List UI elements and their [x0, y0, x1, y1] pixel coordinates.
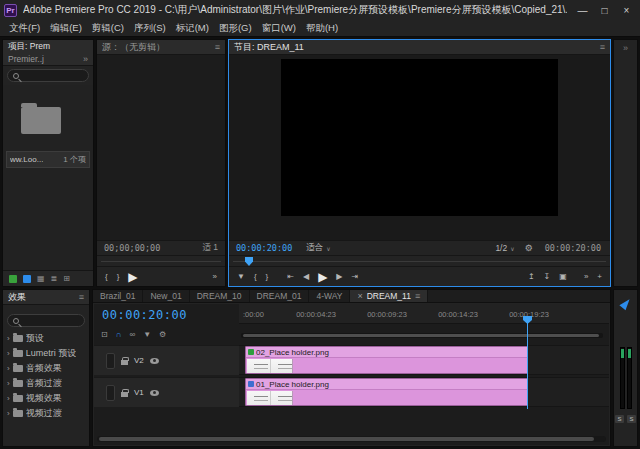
- go-to-in-button[interactable]: ⇤: [287, 273, 294, 281]
- settings-wrench-icon[interactable]: ⚙: [525, 243, 533, 253]
- step-back-button[interactable]: ◀: [303, 273, 309, 281]
- maximize-button[interactable]: □: [595, 3, 614, 18]
- clip-02-place-holder[interactable]: 02_Place holder.png: [245, 346, 528, 374]
- menu-file[interactable]: 文件(F): [4, 21, 45, 36]
- fx-badge-icon[interactable]: [248, 381, 254, 387]
- fx-badge-icon[interactable]: [248, 349, 254, 355]
- menu-sequence[interactable]: 序列(S): [129, 21, 171, 36]
- track-lane-v1[interactable]: 01_Place holder.png: [239, 377, 609, 407]
- effects-item[interactable]: › 音频过渡: [3, 376, 89, 391]
- tab-project[interactable]: 项目: Prem: [3, 40, 93, 53]
- effects-item[interactable]: › 预设: [3, 331, 89, 346]
- twirl-icon[interactable]: ›: [7, 334, 10, 343]
- sequence-tab[interactable]: Brazil_01: [93, 290, 143, 302]
- mark-out-button[interactable]: }: [266, 273, 269, 281]
- solo-right-button[interactable]: S: [627, 415, 636, 423]
- lock-icon[interactable]: [121, 360, 128, 365]
- sequence-tab[interactable]: DREAM_01: [250, 290, 310, 302]
- effects-item[interactable]: › 音频效果: [3, 361, 89, 376]
- add-marker-button[interactable]: ▼: [237, 273, 245, 281]
- project-search-input[interactable]: [7, 69, 89, 82]
- source-play-button[interactable]: ▶: [128, 270, 137, 284]
- panel-menu-icon[interactable]: ≡: [600, 42, 605, 52]
- track-lane-v2[interactable]: 02_Place holder.png: [239, 345, 609, 375]
- twirl-icon[interactable]: ›: [7, 379, 10, 388]
- new-item-icon[interactable]: ⊞: [63, 275, 70, 283]
- minimize-button[interactable]: —: [573, 3, 592, 18]
- effects-item[interactable]: › 视频效果: [3, 391, 89, 406]
- go-to-out-button[interactable]: ⇥: [352, 273, 359, 281]
- source-patch[interactable]: [106, 353, 115, 369]
- tab-source-monitor[interactable]: 源：（无剪辑）: [102, 41, 165, 54]
- tab-program-monitor[interactable]: 节目: DREAM_11: [234, 41, 304, 54]
- timeline-zoom-scrollbar[interactable]: [243, 334, 599, 337]
- program-timecode[interactable]: 00:00:20:00: [236, 243, 292, 253]
- add-marker-icon[interactable]: ▼: [143, 330, 151, 339]
- panel-menu-icon[interactable]: ≡: [215, 42, 220, 52]
- menu-help[interactable]: 帮助(H): [301, 21, 343, 36]
- bin-item-row[interactable]: ww.Loo... 1 个项: [6, 151, 90, 168]
- source-fit-dropdown[interactable]: 适 1: [202, 242, 218, 254]
- twirl-icon[interactable]: ›: [7, 349, 10, 358]
- source-patch[interactable]: [106, 385, 115, 401]
- export-frame-button[interactable]: ▣: [559, 273, 567, 281]
- twirl-icon[interactable]: ›: [7, 394, 10, 403]
- step-forward-button[interactable]: ▶: [336, 273, 342, 281]
- effects-item[interactable]: › 视频过渡: [3, 406, 89, 421]
- transport-overflow-icon[interactable]: »: [213, 273, 217, 281]
- clip-01-place-holder[interactable]: 01_Place holder.png: [245, 378, 528, 406]
- tab-effects[interactable]: 效果: [8, 291, 26, 304]
- panel-overflow-icon[interactable]: »: [614, 43, 637, 53]
- icon-view-button[interactable]: [23, 275, 31, 283]
- transport-overflow-icon[interactable]: »: [584, 273, 588, 281]
- mark-in-button[interactable]: {: [254, 273, 257, 281]
- effects-item[interactable]: › Lumetri 预设: [3, 346, 89, 361]
- close-button[interactable]: ×: [617, 3, 636, 18]
- solo-left-button[interactable]: S: [615, 415, 624, 423]
- snap-icon[interactable]: ∩: [116, 330, 122, 339]
- timeline-menu-icon[interactable]: ≡: [415, 291, 420, 301]
- timeline-ruler[interactable]: :00:00 00:00:04:23 00:00:09:23 00:00:14:…: [239, 304, 609, 324]
- timeline-settings-icon[interactable]: ⚙: [159, 330, 166, 339]
- extract-button[interactable]: ↧: [544, 273, 551, 281]
- twirl-icon[interactable]: ›: [7, 364, 10, 373]
- effects-search-input[interactable]: [7, 314, 85, 327]
- sequence-tab[interactable]: 4-WAY: [309, 290, 350, 302]
- twirl-icon[interactable]: ›: [7, 409, 10, 418]
- timeline-timecode[interactable]: 00:00:20:00: [102, 308, 187, 322]
- grid-view-icon[interactable]: ▦: [37, 275, 45, 283]
- play-button[interactable]: ▶: [318, 270, 327, 284]
- menu-edit[interactable]: 编辑(E): [45, 21, 87, 36]
- mark-in-button[interactable]: {: [105, 273, 108, 281]
- project-writable-indicator[interactable]: [9, 275, 17, 283]
- tab-project-name[interactable]: Premier..j »: [3, 53, 93, 66]
- eye-icon[interactable]: [150, 390, 159, 396]
- lock-icon[interactable]: [121, 392, 128, 397]
- menu-markers[interactable]: 标记(M): [171, 21, 214, 36]
- linked-selection-icon[interactable]: ∞: [129, 330, 135, 339]
- mark-out-button[interactable]: }: [117, 273, 120, 281]
- sequence-tab-active[interactable]: × DREAM_11 ≡: [350, 290, 428, 302]
- eye-icon[interactable]: [150, 358, 159, 364]
- resolution-dropdown[interactable]: 1/2 ∨: [495, 243, 514, 253]
- pen-tool-icon[interactable]: [619, 297, 632, 311]
- lift-button[interactable]: ↥: [528, 273, 535, 281]
- panel-overflow-icon[interactable]: »: [83, 54, 88, 64]
- program-scrubber[interactable]: [229, 255, 610, 266]
- source-scrubber[interactable]: [97, 255, 225, 266]
- close-tab-icon[interactable]: ×: [357, 291, 362, 301]
- panel-menu-icon[interactable]: ≡: [79, 292, 84, 302]
- sequence-tab[interactable]: New_01: [143, 290, 189, 302]
- sequence-tab[interactable]: DREAM_10: [190, 290, 250, 302]
- add-button[interactable]: +: [597, 273, 602, 281]
- source-timecode[interactable]: 00;00;00;00: [104, 243, 160, 253]
- menu-window[interactable]: 窗口(W): [257, 21, 301, 36]
- nest-toggle-icon[interactable]: ⊡: [101, 330, 108, 339]
- list-view-icon[interactable]: ≣: [51, 275, 58, 283]
- fit-dropdown[interactable]: 适合 ∨: [306, 242, 330, 254]
- program-playhead[interactable]: [245, 257, 253, 266]
- timeline-horizontal-scrollbar[interactable]: [99, 437, 594, 441]
- bin-folder-icon[interactable]: [21, 107, 61, 134]
- menu-clip[interactable]: 剪辑(C): [87, 21, 129, 36]
- menu-graphics[interactable]: 图形(G): [214, 21, 257, 36]
